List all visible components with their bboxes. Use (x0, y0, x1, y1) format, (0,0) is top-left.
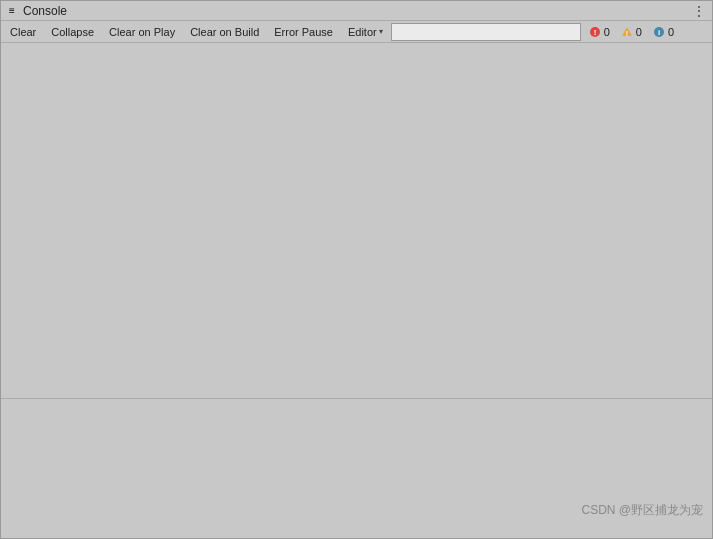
error-icon: ! (588, 25, 602, 39)
info-icon: i (652, 25, 666, 39)
clear-on-build-button[interactable]: Clear on Build (183, 23, 266, 41)
warning-icon: ! (620, 25, 634, 39)
info-count-item[interactable]: i 0 (648, 23, 678, 41)
title-bar: ≡ Console ⋮ (1, 1, 712, 21)
warning-count-item[interactable]: ! 0 (616, 23, 646, 41)
editor-label: Editor (348, 26, 377, 38)
clear-on-play-button[interactable]: Clear on Play (102, 23, 182, 41)
count-group: ! 0 ! 0 (584, 23, 678, 41)
info-count: 0 (668, 26, 674, 38)
console-icon: ≡ (5, 4, 19, 18)
collapse-button[interactable]: Collapse (44, 23, 101, 41)
log-area[interactable] (1, 43, 712, 398)
title-bar-left: ≡ Console (5, 4, 67, 18)
error-count-item[interactable]: ! 0 (584, 23, 614, 41)
search-wrapper (391, 23, 581, 41)
main-content (1, 43, 712, 538)
toolbar: Clear Collapse Clear on Play Clear on Bu… (1, 21, 712, 43)
editor-dropdown-button[interactable]: Editor ▾ (341, 23, 390, 41)
console-window: ≡ Console ⋮ Clear Collapse Clear on Play… (0, 0, 713, 539)
clear-button[interactable]: Clear (3, 23, 43, 41)
menu-icon[interactable]: ⋮ (690, 3, 708, 19)
warning-count: 0 (636, 26, 642, 38)
editor-dropdown-arrow: ▾ (379, 27, 383, 36)
svg-text:i: i (658, 28, 660, 37)
svg-text:!: ! (593, 28, 596, 37)
error-pause-button[interactable]: Error Pause (267, 23, 340, 41)
detail-area[interactable] (1, 398, 712, 538)
error-count: 0 (604, 26, 610, 38)
window-title: Console (23, 4, 67, 18)
svg-text:!: ! (626, 29, 628, 36)
search-input[interactable] (391, 23, 581, 41)
